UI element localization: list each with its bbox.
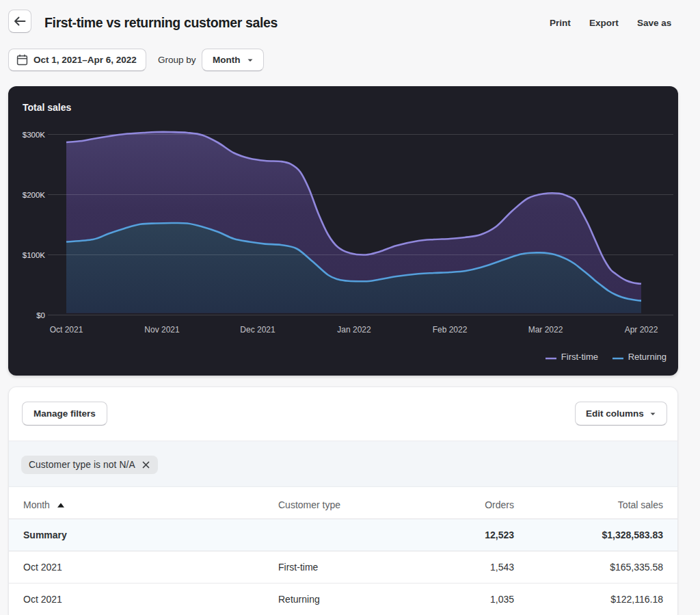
svg-text:Feb 2022: Feb 2022 bbox=[433, 325, 468, 335]
svg-text:Oct 2021: Oct 2021 bbox=[50, 325, 83, 335]
svg-text:$300K: $300K bbox=[23, 131, 46, 139]
svg-text:$200K: $200K bbox=[23, 191, 46, 199]
svg-text:$0: $0 bbox=[36, 311, 45, 319]
svg-text:Jan 2022: Jan 2022 bbox=[337, 325, 371, 335]
svg-text:Dec 2021: Dec 2021 bbox=[240, 325, 275, 335]
svg-text:Mar 2022: Mar 2022 bbox=[528, 325, 563, 335]
svg-text:$100K: $100K bbox=[23, 251, 46, 259]
svg-text:Nov 2021: Nov 2021 bbox=[144, 325, 180, 335]
svg-text:Apr 2022: Apr 2022 bbox=[625, 325, 658, 335]
